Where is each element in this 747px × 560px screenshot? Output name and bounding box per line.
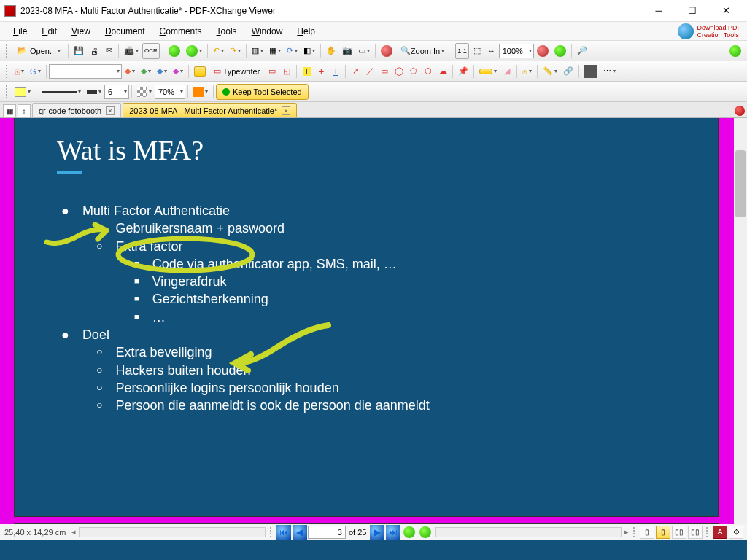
polygon-tool[interactable]: ⬡ — [422, 63, 435, 79]
close-icon[interactable]: × — [106, 106, 115, 115]
new-doc-button[interactable] — [727, 43, 743, 59]
close-icon[interactable]: × — [282, 106, 290, 115]
strikeout-tool[interactable]: T — [314, 63, 328, 79]
save-button[interactable]: 💾 — [71, 43, 86, 59]
fill-color[interactable] — [12, 84, 33, 100]
adobe-icon[interactable]: A — [713, 526, 727, 539]
tab-grid-icon[interactable]: ▦ — [3, 104, 16, 117]
last-page-button[interactable]: ⏭ — [386, 525, 400, 540]
avatar-more[interactable]: ⋯ — [601, 63, 618, 79]
nav-forward[interactable] — [418, 525, 433, 540]
measure-tool[interactable]: 📏 — [541, 63, 560, 79]
menu-view[interactable]: View — [64, 24, 98, 39]
highlight-tool[interactable]: T — [300, 63, 313, 79]
tab-list-icon[interactable]: ↕ — [18, 104, 31, 117]
menu-help[interactable]: Help — [290, 24, 322, 39]
sticky-note-tool[interactable] — [192, 63, 208, 79]
tab-mfa[interactable]: 2023-08 MFA - Multi Factor Authenticatie… — [123, 103, 297, 117]
line-cap[interactable] — [85, 84, 104, 100]
textbox-tool[interactable]: ▭ — [266, 63, 279, 79]
horizontal-scrollbar-right[interactable] — [435, 527, 622, 537]
document-viewport[interactable]: Wat is MFA? Multi Factor Authenticatie G… — [0, 118, 747, 526]
polyline-tool[interactable]: ⬠ — [407, 63, 420, 79]
menu-file[interactable]: File — [6, 24, 34, 39]
tab-close-all[interactable] — [732, 104, 747, 117]
layout-single[interactable]: ▯ — [640, 526, 654, 539]
opacity-combo[interactable]: 70% — [155, 85, 185, 99]
stamp-tool[interactable]: ⍟ — [520, 63, 534, 79]
blend-mode[interactable] — [191, 84, 210, 100]
menu-edit[interactable]: Edit — [34, 24, 64, 39]
options-2[interactable]: ▦ — [267, 43, 283, 59]
menu-tools[interactable]: Tools — [209, 24, 244, 39]
t2a[interactable]: ◆ — [123, 63, 137, 79]
line-width-combo[interactable]: 6 — [104, 85, 129, 99]
open-button[interactable]: 📂Open... — [12, 43, 65, 59]
scan-button[interactable]: 📠 — [122, 43, 141, 59]
fit-page[interactable]: ⬚ — [471, 43, 484, 59]
export-button[interactable]: ⎘ — [12, 63, 26, 79]
select-tool[interactable]: ▭ — [356, 43, 372, 59]
eraser-tool[interactable]: ◢ — [500, 63, 514, 79]
find-button[interactable]: 🔎 — [575, 43, 589, 59]
callout-tool[interactable]: ◱ — [280, 63, 293, 79]
zoom-in-button[interactable]: 🔍 Zoom In — [396, 43, 449, 59]
layout-facing-cont[interactable]: ▯▯ — [688, 526, 703, 539]
menu-document[interactable]: Document — [98, 24, 152, 39]
snapshot-tool[interactable]: 📷 — [340, 43, 355, 59]
fit-width[interactable]: ↔ — [485, 43, 498, 59]
t2b[interactable]: ◆ — [139, 63, 153, 79]
zoom-combo[interactable]: 100% — [499, 44, 534, 58]
t2c[interactable]: ◆ — [155, 63, 169, 79]
t2d[interactable]: ◆ — [171, 63, 185, 79]
minimize-button[interactable]: ─ — [642, 0, 676, 22]
google-button[interactable]: G — [28, 63, 43, 79]
pushpin-tool[interactable]: 📌 — [456, 63, 471, 79]
undo-button[interactable]: ↶ — [211, 43, 226, 59]
keep-tool-selected[interactable]: Keep Tool Selected — [216, 84, 309, 100]
menu-window[interactable]: Window — [244, 24, 290, 39]
zoom-out-button[interactable] — [379, 43, 395, 59]
maximize-button[interactable]: ☐ — [676, 0, 709, 22]
cloud-tool[interactable]: ☁ — [436, 63, 449, 79]
options-3[interactable]: ◧ — [301, 43, 317, 59]
rotate-button[interactable]: ⟳ — [285, 43, 300, 59]
nav-fwd-button[interactable] — [184, 43, 204, 59]
options-1[interactable]: ▥ — [249, 43, 266, 59]
scrollbar-thumb[interactable] — [735, 150, 746, 217]
prev-page-button[interactable]: ◀ — [293, 525, 307, 540]
redo-button[interactable]: ↷ — [228, 43, 243, 59]
tab-qr-fotobooth[interactable]: qr-code fotobooth× — [32, 103, 121, 117]
hscroll-right[interactable]: ▸ — [623, 527, 630, 537]
settings-icon[interactable]: ⚙ — [729, 526, 743, 539]
next-page-button[interactable]: ▶ — [370, 525, 384, 540]
pencil-tool[interactable] — [477, 63, 499, 79]
opacity-icon[interactable] — [135, 84, 154, 100]
fit-actual[interactable]: 1:1 — [455, 43, 469, 59]
print-button[interactable]: 🖨 — [88, 43, 101, 59]
line-tool[interactable]: ／ — [363, 63, 376, 79]
vertical-scrollbar[interactable] — [734, 118, 747, 526]
typewriter-tool[interactable]: ▭Typewriter — [209, 63, 265, 79]
hand-tool[interactable]: ✋ — [324, 43, 338, 59]
layout-facing[interactable]: ▯▯ — [672, 526, 686, 539]
toolbar-grip[interactable] — [6, 44, 9, 58]
close-button[interactable]: ✕ — [709, 0, 743, 22]
nav-back[interactable] — [402, 525, 417, 540]
first-page-button[interactable]: ⏮ — [276, 525, 291, 540]
hscroll-left[interactable]: ◂ — [70, 527, 77, 537]
launch-combo[interactable] — [49, 64, 122, 79]
zoom-plus[interactable] — [552, 43, 568, 59]
layout-continuous[interactable]: ▯ — [656, 526, 670, 539]
user-avatar[interactable] — [582, 63, 600, 79]
menu-comments[interactable]: Comments — [152, 24, 209, 39]
email-button[interactable]: ✉ — [102, 43, 115, 59]
nav-back-button[interactable] — [166, 43, 182, 59]
ocr-button[interactable]: OCR — [142, 43, 160, 59]
oval-tool[interactable]: ◯ — [392, 63, 406, 79]
underline-tool[interactable]: T — [329, 63, 342, 79]
zoom-minus[interactable] — [535, 43, 551, 59]
horizontal-scrollbar[interactable] — [79, 527, 266, 537]
link-tool[interactable]: 🔗 — [561, 63, 576, 79]
page-number-input[interactable] — [308, 526, 346, 539]
